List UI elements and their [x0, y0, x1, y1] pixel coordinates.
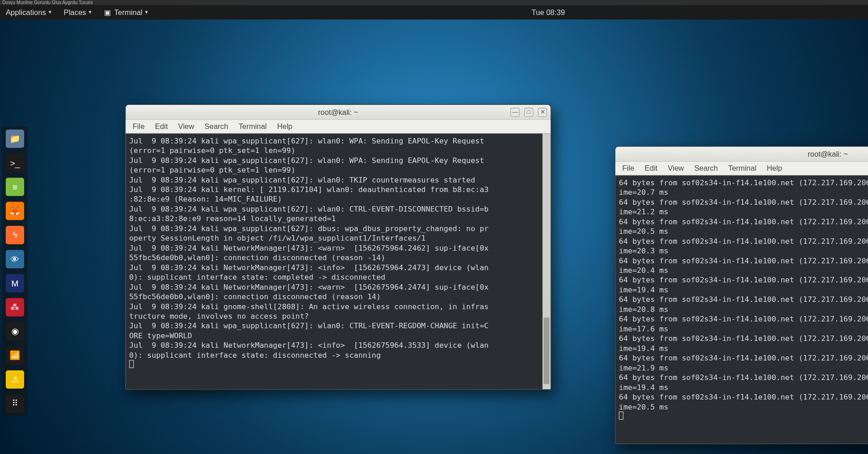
terminal-1-scrollbar[interactable]	[543, 133, 551, 389]
menu-search[interactable]: Search	[694, 164, 718, 173]
chevron-down-icon: ▼	[88, 10, 92, 15]
chevron-down-icon: ▼	[144, 10, 149, 15]
menu-edit[interactable]: Edit	[155, 122, 168, 131]
applications-menu[interactable]: Applications ▼	[0, 5, 58, 20]
obs-icon[interactable]: ◉	[6, 322, 24, 340]
clock-text: Tue 08:39	[532, 8, 565, 17]
top-bar: Applications ▼ Places ▼ ▣ Terminal ▼ Tue…	[0, 5, 868, 20]
files-icon[interactable]: 📁	[6, 129, 24, 148]
terminal-1-titlebar[interactable]: root@kali: ~ ― □ ✕	[126, 105, 551, 120]
firefox-icon[interactable]: 🦊	[6, 202, 24, 220]
eye-icon[interactable]: 👁	[6, 250, 24, 268]
places-label: Places	[64, 8, 86, 17]
cherry-icon[interactable]: ⁂	[6, 298, 24, 316]
menu-terminal[interactable]: Terminal	[728, 164, 756, 173]
vuln-icon[interactable]: ⚠	[6, 370, 24, 389]
apps-icon[interactable]: ⠿	[6, 395, 24, 413]
metasploit-icon[interactable]: M	[6, 274, 24, 292]
minimize-button[interactable]: ―	[510, 108, 519, 117]
terminal-2-menubar: File Edit View Search Terminal Help	[615, 162, 868, 175]
terminal-icon: ▣	[104, 8, 111, 17]
terminal-1-body[interactable]: Jul 9 08:39:24 kali wpa_supplicant[627]:…	[126, 133, 551, 389]
menu-edit[interactable]: Edit	[645, 164, 658, 173]
terminal-icon[interactable]: >_	[6, 153, 24, 172]
active-app-label: Terminal	[114, 8, 142, 17]
maximize-button[interactable]: □	[524, 108, 533, 117]
terminal-window-2[interactable]: root@kali: ~ File Edit View Search Termi…	[615, 146, 868, 444]
burp-icon[interactable]: ϟ	[6, 226, 24, 244]
menu-view[interactable]: View	[178, 122, 194, 131]
wifi-icon[interactable]: 📶	[6, 346, 24, 365]
menu-search[interactable]: Search	[205, 122, 228, 131]
host-panel-overlap: Dosyu Munline Goruntu Glus Aygnitu Turui…	[0, 0, 868, 5]
menu-view[interactable]: View	[668, 164, 684, 173]
menu-help[interactable]: Help	[767, 164, 782, 173]
active-app-menu[interactable]: ▣ Terminal ▼	[98, 5, 155, 20]
places-menu[interactable]: Places ▼	[58, 5, 98, 20]
terminal-2-title: root@kali: ~	[808, 150, 848, 158]
applications-label: Applications	[6, 8, 46, 17]
terminal-2-body[interactable]: 64 bytes from sof02s34-in-f14.1e100.net …	[615, 175, 868, 444]
terminal-2-titlebar[interactable]: root@kali: ~	[615, 147, 868, 162]
menu-file[interactable]: File	[133, 122, 145, 131]
notes-icon[interactable]: ≡	[6, 178, 24, 196]
clock[interactable]: Tue 08:39	[526, 5, 571, 20]
dock: 📁>_≡🦊ϟ👁M⁂◉📶⚠⠿	[2, 126, 28, 416]
terminal-1-title: root@kali: ~	[318, 108, 358, 116]
terminal-window-1[interactable]: root@kali: ~ ― □ ✕ File Edit View Search…	[125, 104, 551, 390]
menu-file[interactable]: File	[622, 164, 634, 173]
chevron-down-icon: ▼	[48, 10, 52, 15]
menu-help[interactable]: Help	[277, 122, 293, 131]
menu-terminal[interactable]: Terminal	[239, 122, 267, 131]
close-button[interactable]: ✕	[538, 108, 547, 117]
terminal-1-menubar: File Edit View Search Terminal Help	[126, 120, 551, 133]
